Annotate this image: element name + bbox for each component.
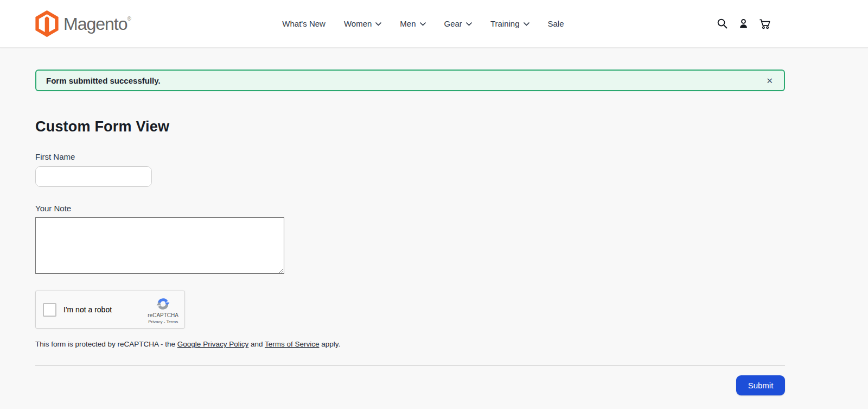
nav-label: What's New bbox=[282, 19, 326, 28]
chevron-down-icon bbox=[524, 22, 529, 26]
recaptcha-logo-icon bbox=[156, 297, 170, 311]
recaptcha-left: I'm not a robot bbox=[43, 303, 112, 317]
google-privacy-policy-link[interactable]: Google Privacy Policy bbox=[177, 340, 248, 348]
main-nav: What's New Women Men Gear Training Sale bbox=[131, 16, 716, 32]
nav-label: Men bbox=[400, 19, 416, 28]
recaptcha-label: I'm not a robot bbox=[63, 305, 112, 314]
header-icon-group bbox=[716, 17, 771, 30]
note-label: Your Note bbox=[35, 204, 785, 213]
registered-mark: ® bbox=[127, 16, 131, 22]
submit-button[interactable]: Submit bbox=[736, 375, 785, 395]
recaptcha-brand-text: reCAPTCHA bbox=[148, 312, 178, 319]
chevron-down-icon bbox=[420, 22, 426, 26]
nav-label: Women bbox=[344, 19, 372, 28]
disclaimer-middle: and bbox=[248, 340, 265, 348]
recaptcha-widget: I'm not a robot reCAPTCHA Privacy - Term… bbox=[35, 291, 185, 329]
nav-item-men[interactable]: Men bbox=[399, 16, 426, 32]
search-icon[interactable] bbox=[716, 17, 729, 30]
recaptcha-terms-link[interactable]: Terms bbox=[166, 319, 178, 324]
account-icon[interactable] bbox=[737, 17, 750, 30]
nav-label: Training bbox=[490, 19, 520, 28]
recaptcha-links: Privacy - Terms bbox=[148, 319, 178, 325]
nav-item-training[interactable]: Training bbox=[489, 16, 531, 32]
recaptcha-privacy-link[interactable]: Privacy bbox=[148, 319, 162, 324]
success-message: Form submitted successfully. bbox=[46, 76, 161, 85]
site-header: Magento® What's New Women Men Gear Train… bbox=[0, 0, 868, 48]
recaptcha-disclaimer: This form is protected by reCAPTCHA - th… bbox=[35, 340, 785, 348]
nav-label: Sale bbox=[548, 19, 564, 28]
magento-logo-icon bbox=[35, 10, 59, 37]
page-title: Custom Form View bbox=[35, 118, 785, 135]
nav-label: Gear bbox=[444, 19, 462, 28]
disclaimer-prefix: This form is protected by reCAPTCHA - th… bbox=[35, 340, 177, 348]
brand-name: Magento® bbox=[63, 15, 131, 33]
close-icon[interactable]: ✕ bbox=[765, 75, 774, 86]
cart-icon[interactable] bbox=[758, 17, 771, 30]
recaptcha-link-separator: - bbox=[164, 319, 165, 324]
page-content: Form submitted successfully. ✕ Custom Fo… bbox=[35, 70, 785, 395]
header-inner: Magento® What's New Women Men Gear Train… bbox=[35, 10, 785, 37]
form-actions: Submit bbox=[35, 375, 785, 395]
success-banner: Form submitted successfully. ✕ bbox=[35, 70, 785, 91]
chevron-down-icon bbox=[375, 22, 381, 26]
divider bbox=[35, 366, 785, 366]
magento-logo[interactable]: Magento® bbox=[35, 10, 131, 37]
nav-item-whats-new[interactable]: What's New bbox=[281, 16, 327, 32]
terms-of-service-link[interactable]: Terms of Service bbox=[265, 340, 320, 348]
recaptcha-branding: reCAPTCHA Privacy - Terms bbox=[148, 294, 178, 325]
nav-item-sale[interactable]: Sale bbox=[547, 16, 565, 32]
nav-item-gear[interactable]: Gear bbox=[443, 16, 473, 32]
first-name-input[interactable] bbox=[35, 166, 152, 187]
first-name-label: First Name bbox=[35, 152, 785, 161]
disclaimer-suffix: apply. bbox=[319, 340, 340, 348]
note-textarea[interactable] bbox=[35, 217, 284, 274]
nav-item-women[interactable]: Women bbox=[343, 16, 382, 32]
chevron-down-icon bbox=[466, 22, 472, 26]
recaptcha-checkbox[interactable] bbox=[43, 303, 56, 317]
